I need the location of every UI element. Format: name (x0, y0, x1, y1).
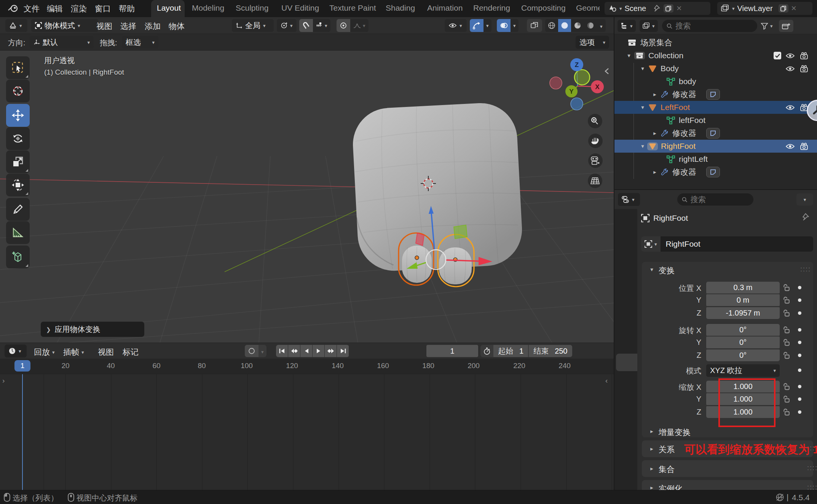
gizmo-plane-zx[interactable] (416, 233, 424, 246)
outliner-row-rightfoot-object[interactable]: ▾ RightFoot (614, 140, 817, 153)
delta-transform-chevron[interactable]: ▸ (648, 428, 656, 435)
menu-file[interactable]: 文件 (24, 3, 40, 14)
expand-chevron[interactable]: ▾ (639, 65, 646, 72)
eye-icon[interactable] (785, 53, 795, 59)
outliner-row-body-mesh[interactable]: body (614, 75, 817, 88)
bevel-modifier-button[interactable] (706, 128, 720, 139)
location-x-lock-icon[interactable] (783, 284, 790, 292)
outliner-row-leftfoot-mesh[interactable]: leftFoot (614, 114, 817, 127)
options-dropdown[interactable]: 选项 ▾ (576, 36, 609, 49)
falloff-dropdown[interactable]: ▾ (350, 23, 369, 28)
tab-compositing[interactable]: Compositing (521, 3, 566, 13)
location-y-animate-dot[interactable] (798, 298, 801, 302)
sidebar-collapse-arrow[interactable] (605, 69, 608, 74)
proportional-edit-toggle[interactable] (337, 19, 350, 32)
rotation-x-lock-icon[interactable] (783, 326, 790, 334)
overlays-settings-button[interactable]: ▾ (511, 19, 519, 32)
menu-keying[interactable]: 插帧▾ (63, 347, 84, 357)
viewport-3d[interactable]: Z X Y 用户透视 (1) Collection | RightFoot (0, 51, 614, 343)
eye-icon[interactable] (785, 65, 795, 72)
outliner-row-rightfoot-mesh[interactable]: rightLeft (614, 153, 817, 166)
rotation-x-field[interactable]: 0° (706, 324, 780, 336)
properties-search[interactable] (677, 193, 753, 206)
shading-rendered-button[interactable] (584, 22, 597, 29)
viewlayer-selector[interactable]: ▾ ViewLayer ✕ (717, 2, 812, 15)
tool-orientation-dropdown[interactable]: 默认 ▾ (30, 36, 94, 49)
outliner-filter-layer-button[interactable]: ▾ (640, 20, 658, 32)
outliner-row-body-object[interactable]: ▾ Body (614, 62, 817, 75)
bevel-modifier-button[interactable] (706, 89, 720, 100)
rotation-y-animate-dot[interactable] (798, 341, 801, 344)
transform-collapse-chevron[interactable]: ▾ (648, 266, 656, 273)
timeline-editor-type-button[interactable]: ▾ (5, 345, 27, 357)
tab-geometry-nodes[interactable]: Geometry Nodes (576, 3, 600, 13)
snap-toggle[interactable] (299, 19, 313, 32)
viewlayer-remove-button[interactable]: ✕ (791, 4, 797, 13)
jump-to-end-button[interactable] (337, 345, 349, 357)
tool-annotate[interactable] (6, 198, 30, 221)
tab-uv-editing[interactable]: UV Editing (281, 3, 319, 13)
expand-chevron[interactable]: ▸ (651, 91, 659, 98)
nav-axis-y-neg[interactable] (574, 70, 590, 85)
menu-add[interactable]: 添加 (145, 21, 161, 32)
collection-exclude-checkbox[interactable] (774, 52, 781, 59)
properties-search-input[interactable] (691, 195, 749, 204)
location-z-animate-dot[interactable] (798, 311, 801, 315)
camera-visibility-icon[interactable] (800, 65, 809, 72)
drag-mode-dropdown[interactable]: 框选 ▾ (122, 36, 158, 49)
menu-help[interactable]: 帮助 (119, 3, 135, 14)
mode-selector[interactable]: 物体模式 ▾ (31, 19, 98, 32)
location-z-lock-icon[interactable] (783, 309, 790, 317)
scale-z-lock-icon[interactable] (783, 408, 790, 416)
expand-chevron[interactable]: ▸ (651, 169, 659, 175)
rotation-y-field[interactable]: 0° (706, 337, 780, 348)
panel-drag-dots[interactable]: :::: (807, 464, 817, 472)
menu-view[interactable]: 视图 (96, 21, 112, 32)
tool-rotate[interactable] (6, 127, 30, 150)
panel-drag-dots[interactable]: :::: (800, 265, 811, 273)
tab-texture-paint[interactable]: Texture Paint (329, 3, 376, 13)
tab-layout[interactable]: Layout (157, 3, 181, 13)
menu-playback[interactable]: 回放▾ (34, 347, 55, 357)
outliner-row-body-modifiers[interactable]: ▸ 修改器 (614, 88, 817, 101)
autokey-settings-button[interactable]: ▾ (259, 347, 266, 356)
scale-x-animate-dot[interactable] (798, 385, 801, 388)
outliner-search-input[interactable] (675, 22, 753, 30)
operator-panel-apply-transform[interactable]: ❯ 应用物体变换 (41, 322, 144, 337)
new-collection-button[interactable] (779, 20, 793, 32)
rotation-mode-animate-dot[interactable] (798, 368, 801, 372)
outliner-row-collection[interactable]: ▾ Collection (614, 49, 817, 62)
properties-editor-type-button[interactable]: ▾ (618, 193, 640, 206)
tool-add-cube[interactable] (6, 246, 30, 268)
rotation-mode-dropdown[interactable]: XYZ 欧拉 ▾ (706, 364, 780, 377)
timeline-track-area[interactable]: › ‹ (0, 374, 614, 490)
xray-toggle[interactable] (527, 19, 542, 32)
object-id-dropdown[interactable]: ▾ (641, 236, 661, 252)
playhead-line[interactable] (22, 374, 23, 490)
expand-chevron[interactable]: ▾ (625, 52, 633, 59)
timeline-collapse-arrow-right[interactable]: ‹ (605, 376, 608, 385)
pan-hand-button[interactable] (588, 134, 603, 148)
tab-animation[interactable]: Animation (427, 3, 463, 13)
show-overlays-toggle[interactable] (497, 19, 511, 32)
menu-markers[interactable]: 标记 (123, 347, 139, 357)
visibility-dropdown[interactable]: ▾ (445, 19, 467, 32)
scene-unlink-button[interactable]: ✕ (676, 4, 682, 13)
outliner-row-leftfoot-modifiers[interactable]: ▸ 修改器 (614, 127, 817, 140)
tool-measure[interactable] (6, 221, 30, 244)
tool-select-box[interactable] (6, 56, 30, 79)
timeline-expand-arrow-left[interactable]: › (2, 376, 5, 385)
outliner-search[interactable] (662, 20, 757, 32)
tool-scale[interactable] (6, 150, 30, 173)
tab-sculpting[interactable]: Sculpting (236, 3, 268, 13)
tab-shading[interactable]: Shading (386, 3, 415, 13)
autokey-toggle[interactable] (245, 345, 259, 357)
properties-options-button[interactable]: ▾ (796, 193, 813, 206)
menu-object[interactable]: 物体 (169, 21, 185, 32)
shading-material-button[interactable] (571, 22, 584, 29)
location-x-animate-dot[interactable] (798, 286, 801, 289)
outliner-row-scene-collection[interactable]: 场景集合 (614, 36, 817, 49)
tab-rendering[interactable]: Rendering (473, 3, 510, 13)
outliner-row-rightfoot-modifiers[interactable]: ▸ 修改器 (614, 166, 817, 179)
viewlayer-copy-button[interactable] (779, 4, 788, 13)
